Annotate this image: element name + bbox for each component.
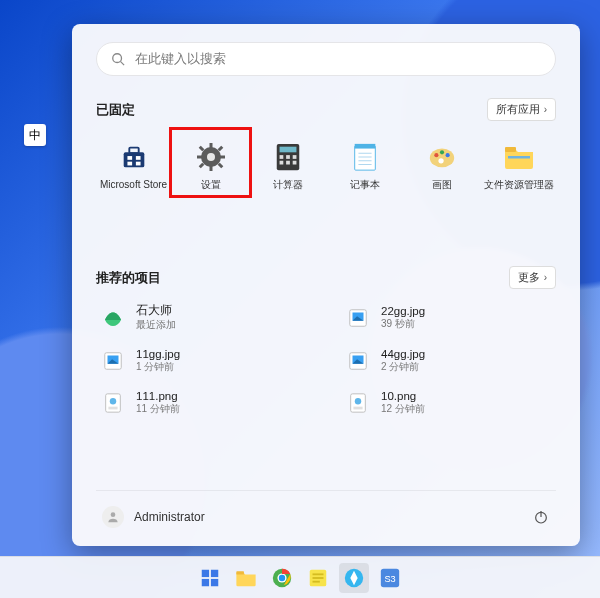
recommended-text: 44gg.jpg 2 分钟前 — [381, 348, 425, 374]
app-tile-notepad[interactable]: 记事本 — [327, 133, 402, 196]
recommended-text: 10.png 12 分钟前 — [381, 390, 425, 416]
start-menu: 在此键入以搜索 已固定 所有应用 › Microsoft Store 设置 — [72, 24, 580, 546]
svg-rect-58 — [211, 569, 218, 576]
app-label: 设置 — [201, 179, 221, 190]
svg-point-54 — [111, 512, 116, 517]
power-icon — [533, 509, 549, 525]
svg-rect-13 — [220, 156, 225, 159]
svg-point-64 — [279, 574, 285, 580]
svg-rect-4 — [127, 156, 132, 160]
note-app-icon — [307, 567, 329, 589]
taskbar-s3app[interactable]: S3 — [375, 563, 405, 593]
gear-icon — [195, 141, 227, 173]
ime-indicator[interactable]: 中 — [24, 124, 46, 146]
power-button[interactable] — [526, 502, 556, 532]
taskbar-browser2[interactable] — [339, 563, 369, 593]
recommended-item[interactable]: 10.png 12 分钟前 — [341, 388, 556, 418]
svg-rect-20 — [279, 155, 283, 159]
svg-rect-61 — [236, 571, 244, 574]
all-apps-button[interactable]: 所有应用 › — [487, 98, 556, 121]
recommended-title: 推荐的项目 — [96, 269, 161, 287]
app-tile-settings[interactable]: 设置 — [173, 133, 248, 196]
more-label: 更多 — [518, 270, 540, 285]
svg-rect-26 — [354, 146, 375, 170]
avatar-icon — [102, 506, 124, 528]
recommended-item[interactable]: 44gg.jpg 2 分钟前 — [341, 346, 556, 376]
recommended-item[interactable]: 22gg.jpg 39 秒前 — [341, 301, 556, 334]
svg-rect-6 — [127, 162, 132, 166]
taskbar: S3 — [0, 556, 600, 598]
recommended-text: 111.png 11 分钟前 — [136, 390, 180, 416]
chevron-right-icon: › — [544, 104, 547, 115]
image-file-icon — [345, 305, 371, 331]
svg-rect-3 — [129, 148, 138, 154]
svg-point-49 — [110, 398, 116, 404]
app-label: 文件资源管理器 — [484, 179, 554, 190]
image-file-icon — [345, 348, 371, 374]
search-input[interactable]: 在此键入以搜索 — [96, 42, 556, 76]
svg-point-36 — [438, 158, 443, 163]
svg-rect-21 — [286, 155, 290, 159]
more-button[interactable]: 更多 › — [509, 266, 556, 289]
svg-text:S3: S3 — [384, 573, 395, 583]
svg-rect-25 — [292, 161, 296, 165]
app-label: Microsoft Store — [100, 179, 167, 190]
explorer-icon — [235, 568, 257, 588]
recommended-sub-text: 39 秒前 — [381, 317, 425, 331]
all-apps-label: 所有应用 — [496, 102, 540, 117]
svg-rect-10 — [209, 143, 212, 148]
recommended-item[interactable]: 111.png 11 分钟前 — [96, 388, 311, 418]
search-placeholder: 在此键入以搜索 — [135, 50, 226, 68]
user-name: Administrator — [134, 510, 205, 524]
chrome-icon — [271, 567, 293, 589]
explorer-icon — [503, 141, 535, 173]
svg-rect-38 — [508, 156, 530, 159]
recommended-text: 石大师 最近添加 — [136, 303, 176, 332]
app-tile-explorer[interactable]: 文件资源管理器 — [481, 133, 556, 196]
svg-rect-57 — [202, 569, 209, 576]
taskbar-chrome[interactable] — [267, 563, 297, 593]
recommended-title-text: 22gg.jpg — [381, 305, 425, 317]
recommended-sub-text: 12 分钟前 — [381, 402, 425, 416]
svg-rect-53 — [353, 407, 362, 410]
svg-rect-19 — [279, 147, 296, 153]
svg-rect-22 — [292, 155, 296, 159]
recommended-header: 推荐的项目 更多 › — [96, 266, 556, 289]
svg-rect-12 — [197, 156, 202, 159]
search-icon — [111, 52, 125, 66]
png-file-icon — [345, 390, 371, 416]
recommended-item[interactable]: 石大师 最近添加 — [96, 301, 311, 334]
recommended-sub-text: 11 分钟前 — [136, 402, 180, 416]
taskbar-noteapp[interactable] — [303, 563, 333, 593]
svg-rect-50 — [108, 407, 117, 410]
svg-rect-60 — [211, 578, 218, 585]
app-tile-calculator[interactable]: 计算器 — [250, 133, 325, 196]
store-icon — [118, 141, 150, 173]
user-account-button[interactable]: Administrator — [96, 502, 211, 532]
app-label: 画图 — [432, 179, 452, 190]
png-file-icon — [100, 390, 126, 416]
svg-rect-11 — [209, 166, 212, 171]
pinned-header: 已固定 所有应用 › — [96, 98, 556, 121]
svg-rect-27 — [354, 144, 375, 149]
svg-point-33 — [434, 153, 438, 157]
taskbar-explorer[interactable] — [231, 563, 261, 593]
recommended-sub-text: 2 分钟前 — [381, 360, 425, 374]
svg-point-0 — [113, 54, 122, 63]
recommended-sub-text: 1 分钟前 — [136, 360, 180, 374]
app-tile-store[interactable]: Microsoft Store — [96, 133, 171, 196]
recommended-title-text: 石大师 — [136, 303, 176, 318]
app-label: 记事本 — [350, 179, 380, 190]
recommended-item[interactable]: 11gg.jpg 1 分钟前 — [96, 346, 311, 376]
start-icon — [199, 567, 221, 589]
s3-app-icon: S3 — [379, 567, 401, 589]
pinned-title: 已固定 — [96, 101, 135, 119]
browser2-icon — [343, 567, 365, 589]
app-tile-paint[interactable]: 画图 — [404, 133, 479, 196]
svg-rect-2 — [123, 152, 144, 167]
svg-rect-59 — [202, 578, 209, 585]
svg-line-1 — [121, 62, 125, 66]
svg-point-52 — [355, 398, 361, 404]
taskbar-start-button[interactable] — [195, 563, 225, 593]
app-label: 计算器 — [273, 179, 303, 190]
